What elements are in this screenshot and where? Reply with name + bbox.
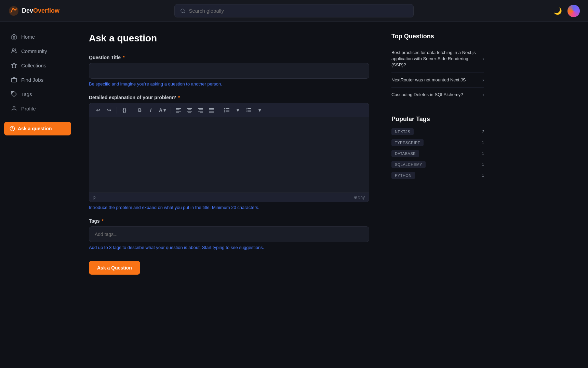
svg-rect-18	[198, 108, 203, 109]
tag-badge-database[interactable]: DATABASE	[391, 150, 419, 157]
toolbar-align-center-button[interactable]	[185, 106, 194, 114]
svg-rect-22	[209, 108, 214, 109]
tag-row-typescript: TYPESCRIPT 1	[391, 139, 484, 146]
main-content: Ask a question Question Title * Be speci…	[75, 22, 588, 368]
svg-rect-16	[187, 111, 192, 111]
svg-rect-21	[200, 112, 203, 113]
svg-rect-27	[226, 108, 229, 109]
search-input[interactable]	[189, 8, 408, 14]
logo-icon	[8, 5, 19, 16]
top-question-item-2[interactable]: NextRouter was not mounted Next.JS ›	[391, 73, 484, 88]
question-item-text-2: NextRouter was not mounted Next.JS	[391, 77, 480, 83]
tag-count-python: 1	[482, 173, 484, 178]
svg-point-3	[12, 49, 14, 51]
tag-row-database: DATABASE 1	[391, 150, 484, 157]
search-bar[interactable]	[174, 4, 414, 17]
sidebar-ask-question-label: Ask a question	[18, 126, 52, 131]
tag-badge-sqlalchemy[interactable]: SQLALCHEMY	[391, 161, 426, 168]
sidebar-item-tags[interactable]: Tags	[3, 88, 72, 101]
toolbar-code-button[interactable]: {}	[120, 106, 129, 114]
tags-input[interactable]	[89, 226, 369, 242]
profile-icon	[11, 105, 17, 111]
tags-hint: Add up to 3 tags to describe what your q…	[89, 245, 369, 250]
logo[interactable]: DevOverflow	[8, 5, 77, 16]
sidebar-item-profile-label: Profile	[21, 106, 36, 111]
question-title-input[interactable]	[89, 63, 369, 79]
svg-rect-20	[198, 111, 203, 111]
svg-rect-17	[188, 112, 191, 113]
form-area: Ask a question Question Title * Be speci…	[75, 22, 383, 368]
sidebar-item-community[interactable]: Community	[3, 44, 72, 57]
toolbar-align-right-button[interactable]	[196, 106, 205, 114]
editor-toolbar: ↩ ↪ {} B I A ▾	[89, 103, 369, 117]
toolbar-ordered-list-button[interactable]: 1.2.3.	[244, 106, 253, 114]
svg-point-0	[9, 6, 18, 16]
toolbar-unordered-list-button[interactable]	[222, 106, 231, 114]
tag-row-nextjs: NEXTJS 2	[391, 128, 484, 135]
svg-marker-4	[12, 63, 17, 68]
header: DevOverflow 🌙	[0, 0, 588, 22]
svg-point-7	[13, 106, 15, 108]
right-sidebar: Top Questions Best practices for data fe…	[383, 22, 492, 368]
toolbar-align-left-button[interactable]	[174, 106, 183, 114]
question-title-label: Question Title *	[89, 55, 369, 60]
tag-badge-python[interactable]: PYTHON	[391, 172, 415, 179]
toolbar-separator-4	[219, 107, 219, 114]
toolbar-bold-button[interactable]: B	[135, 106, 145, 114]
sidebar-item-collections[interactable]: Collections	[3, 59, 72, 72]
theme-toggle-button[interactable]: 🌙	[553, 7, 562, 15]
explanation-hint: Introduce the problem and expand on what…	[89, 205, 369, 210]
svg-rect-5	[12, 78, 17, 82]
toolbar-ul-dropdown-button[interactable]: ▾	[233, 106, 242, 114]
toolbar-separator-3	[171, 107, 171, 114]
question-item-text-3: Cascading Deletes in SQLAlchemy?	[391, 92, 480, 98]
toolbar-separator-1	[117, 107, 117, 114]
logo-text: DevOverflow	[22, 7, 59, 14]
sidebar-item-profile[interactable]: Profile	[3, 102, 72, 115]
svg-rect-10	[176, 108, 181, 109]
ask-question-icon	[10, 126, 15, 131]
toolbar-font-button[interactable]: A ▾	[157, 106, 168, 114]
svg-point-30	[224, 111, 225, 113]
sidebar: Home Community Collections Find Jobs Tag	[0, 22, 75, 368]
question-title-hint: Be specific and imagine you're asking a …	[89, 81, 369, 87]
svg-rect-29	[226, 110, 229, 110]
svg-rect-11	[176, 109, 179, 110]
svg-rect-19	[199, 109, 203, 110]
svg-text:3.: 3.	[246, 111, 247, 113]
toolbar-separator-2	[132, 107, 132, 114]
svg-point-28	[224, 110, 225, 111]
toolbar-justify-button[interactable]	[206, 106, 216, 114]
popular-tags-section: Popular Tags NEXTJS 2 TYPESCRIPT 1 DATAB…	[391, 116, 484, 179]
explanation-label: Detailed explanation of your problem? *	[89, 95, 369, 100]
required-star: *	[123, 55, 124, 60]
toolbar-ol-dropdown-button[interactable]: ▾	[255, 106, 264, 114]
submit-question-button[interactable]: Ask a Question	[89, 261, 140, 275]
toolbar-italic-button[interactable]: I	[146, 106, 156, 114]
sidebar-ask-question-button[interactable]: Ask a question	[4, 122, 71, 135]
tag-count-database: 1	[482, 151, 484, 156]
top-question-item-3[interactable]: Cascading Deletes in SQLAlchemy? ›	[391, 88, 484, 102]
svg-rect-25	[209, 112, 214, 113]
top-question-item-1[interactable]: Best practices for data fetching in a Ne…	[391, 45, 484, 73]
svg-rect-37	[248, 111, 251, 112]
sidebar-item-home[interactable]: Home	[3, 30, 72, 43]
tags-label: Tags *	[89, 218, 369, 224]
sidebar-item-home-label: Home	[21, 34, 35, 40]
svg-rect-15	[188, 109, 191, 110]
question-title-group: Question Title * Be specific and imagine…	[89, 55, 369, 87]
toolbar-undo-button[interactable]: ↩	[93, 106, 103, 114]
svg-point-26	[224, 108, 225, 109]
sidebar-item-find-jobs[interactable]: Find Jobs	[3, 73, 72, 86]
toolbar-redo-button[interactable]: ↪	[104, 106, 114, 114]
sidebar-item-find-jobs-label: Find Jobs	[21, 77, 43, 83]
svg-point-1	[181, 9, 184, 12]
explanation-group: Detailed explanation of your problem? * …	[89, 95, 369, 210]
tag-badge-typescript[interactable]: TYPESCRIPT	[391, 139, 424, 146]
tag-badge-nextjs[interactable]: NEXTJS	[391, 128, 414, 135]
tag-row-python: PYTHON 1	[391, 172, 484, 179]
avatar[interactable]	[567, 5, 580, 17]
search-icon	[180, 8, 185, 14]
svg-rect-35	[248, 110, 251, 110]
editor-body[interactable]	[89, 117, 369, 193]
